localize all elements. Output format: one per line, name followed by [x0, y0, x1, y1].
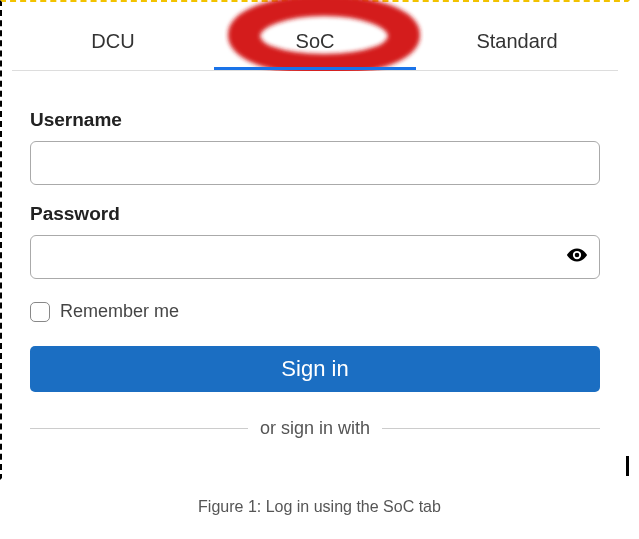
username-label: Username — [30, 109, 600, 131]
screenshot-frame: DCU SoC Standard Username Password Remem… — [0, 0, 630, 480]
divider-line-left — [30, 428, 248, 429]
text-cursor — [626, 456, 629, 476]
remember-row: Remember me — [30, 301, 600, 322]
divider-text: or sign in with — [260, 418, 370, 439]
remember-checkbox[interactable] — [30, 302, 50, 322]
show-password-icon[interactable] — [566, 244, 588, 270]
tab-dcu[interactable]: DCU — [12, 20, 214, 70]
signin-button[interactable]: Sign in — [30, 346, 600, 392]
username-input[interactable] — [30, 141, 600, 185]
remember-label: Remember me — [60, 301, 179, 322]
login-form: Username Password Remember me Sign in or… — [2, 71, 628, 439]
figure-caption: Figure 1: Log in using the SoC tab — [0, 498, 639, 516]
tab-standard[interactable]: Standard — [416, 20, 618, 70]
alt-signin-divider: or sign in with — [30, 418, 600, 439]
password-label: Password — [30, 203, 600, 225]
tab-bar: DCU SoC Standard — [12, 2, 618, 71]
tab-soc[interactable]: SoC — [214, 20, 416, 70]
password-input[interactable] — [30, 235, 600, 279]
divider-line-right — [382, 428, 600, 429]
